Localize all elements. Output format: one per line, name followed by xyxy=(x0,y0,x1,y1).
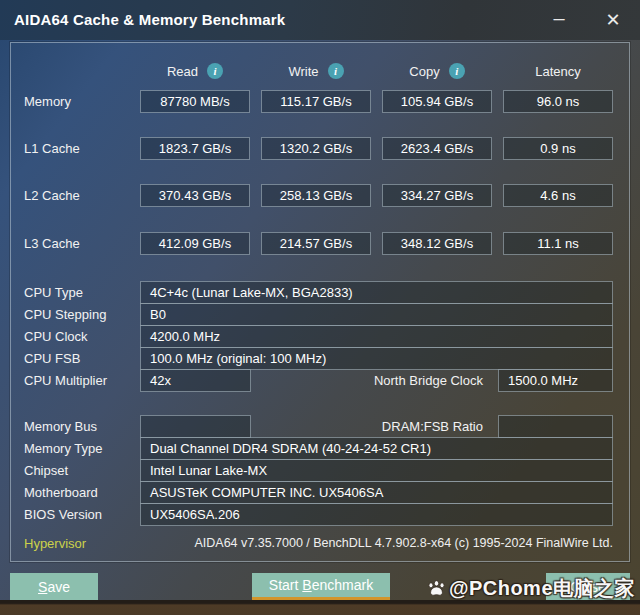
row-label-motherboard: Motherboard xyxy=(24,481,98,504)
cpu-type-field: 4C+4c (Lunar Lake-MX, BGA2833) xyxy=(140,281,613,304)
save-label-accesskey: S xyxy=(38,579,47,595)
memory-copy-value: 105.94 GB/s xyxy=(382,90,492,113)
north-bridge-clock-label: North Bridge Clock xyxy=(300,369,483,392)
start-benchmark-accesskey: B xyxy=(302,577,311,593)
paw-icon xyxy=(427,579,446,598)
read-header-label: Read xyxy=(167,64,198,79)
memory-type-field: Dual Channel DDR4 SDRAM (40-24-24-52 CR1… xyxy=(140,437,613,460)
save-button[interactable]: Save xyxy=(10,573,98,600)
info-icon[interactable]: i xyxy=(207,63,223,79)
row-label-cpu-stepping: CPU Stepping xyxy=(24,303,106,326)
save-label-rest: ave xyxy=(47,579,70,595)
watermark: @PChome电脑之家 xyxy=(427,574,635,602)
north-bridge-clock-field: 1500.0 MHz xyxy=(498,369,613,392)
memory-bus-field xyxy=(140,415,251,438)
write-header-label: Write xyxy=(288,64,318,79)
row-label-memory-bus: Memory Bus xyxy=(24,415,97,438)
cpu-stepping-field: B0 xyxy=(140,303,613,326)
title-bar: AIDA64 Cache & Memory Benchmark – ✕ xyxy=(0,0,640,40)
motherboard-field: ASUSTeK COMPUTER INC. UX5406SA xyxy=(140,481,613,504)
l1-copy-value: 2623.4 GB/s xyxy=(382,137,492,160)
l3-copy-value: 348.12 GB/s xyxy=(382,232,492,255)
latency-header-label: Latency xyxy=(535,64,581,79)
row-label-cpu-clock: CPU Clock xyxy=(24,325,88,348)
cpu-clock-field: 4200.0 MHz xyxy=(140,325,613,348)
info-icon[interactable]: i xyxy=(449,63,465,79)
version-footer: AIDA64 v7.35.7000 / BenchDLL 4.7.902.8-x… xyxy=(194,532,613,555)
start-benchmark-button[interactable]: Start Benchmark xyxy=(252,573,390,600)
row-label-l3-cache: L3 Cache xyxy=(24,232,80,255)
l1-latency-value: 0.9 ns xyxy=(503,137,613,160)
close-window-button[interactable]: ✕ xyxy=(598,5,628,35)
l3-latency-value: 11.1 ns xyxy=(503,232,613,255)
l1-read-value: 1823.7 GB/s xyxy=(140,137,250,160)
row-label-memory: Memory xyxy=(24,90,71,113)
l2-read-value: 370.43 GB/s xyxy=(140,184,250,207)
benchmark-window: AIDA64 Cache & Memory Benchmark – ✕ Read… xyxy=(0,0,640,602)
row-label-chipset: Chipset xyxy=(24,459,68,482)
l2-latency-value: 4.6 ns xyxy=(503,184,613,207)
cpu-multiplier-field: 42x xyxy=(140,369,251,392)
bios-version-field: UX5406SA.206 xyxy=(140,503,613,526)
watermark-text: @PChome电脑之家 xyxy=(449,575,635,602)
column-header-read: Read i xyxy=(140,62,250,80)
l2-copy-value: 334.27 GB/s xyxy=(382,184,492,207)
chipset-field: Intel Lunar Lake-MX xyxy=(140,459,613,482)
start-benchmark-label: Start xyxy=(269,577,302,593)
dram-fsb-ratio-field xyxy=(498,415,613,438)
dram-fsb-ratio-label: DRAM:FSB Ratio xyxy=(300,415,483,438)
row-label-memory-type: Memory Type xyxy=(24,437,103,460)
column-header-copy: Copy i xyxy=(382,62,492,80)
l2-write-value: 258.13 GB/s xyxy=(261,184,371,207)
column-header-latency: Latency xyxy=(503,62,613,80)
l3-read-value: 412.09 GB/s xyxy=(140,232,250,255)
hypervisor-label: Hypervisor xyxy=(24,532,86,555)
column-header-write: Write i xyxy=(261,62,371,80)
memory-read-value: 87780 MB/s xyxy=(140,90,250,113)
info-icon[interactable]: i xyxy=(328,63,344,79)
row-label-cpu-type: CPU Type xyxy=(24,281,83,304)
row-label-bios-version: BIOS Version xyxy=(24,503,102,526)
row-label-l2-cache: L2 Cache xyxy=(24,184,80,207)
memory-write-value: 115.17 GB/s xyxy=(261,90,371,113)
row-label-cpu-multiplier: CPU Multiplier xyxy=(24,369,107,392)
bottom-strip xyxy=(0,600,640,615)
window-title: AIDA64 Cache & Memory Benchmark xyxy=(14,0,285,40)
minimize-button[interactable]: – xyxy=(544,5,574,35)
l1-write-value: 1320.2 GB/s xyxy=(261,137,371,160)
row-label-cpu-fsb: CPU FSB xyxy=(24,347,80,370)
cpu-fsb-field: 100.0 MHz (original: 100 MHz) xyxy=(140,347,613,370)
copy-header-label: Copy xyxy=(409,64,439,79)
row-label-l1-cache: L1 Cache xyxy=(24,137,80,160)
start-benchmark-label-rest: enchmark xyxy=(312,577,373,593)
l3-write-value: 214.57 GB/s xyxy=(261,232,371,255)
memory-latency-value: 96.0 ns xyxy=(503,90,613,113)
